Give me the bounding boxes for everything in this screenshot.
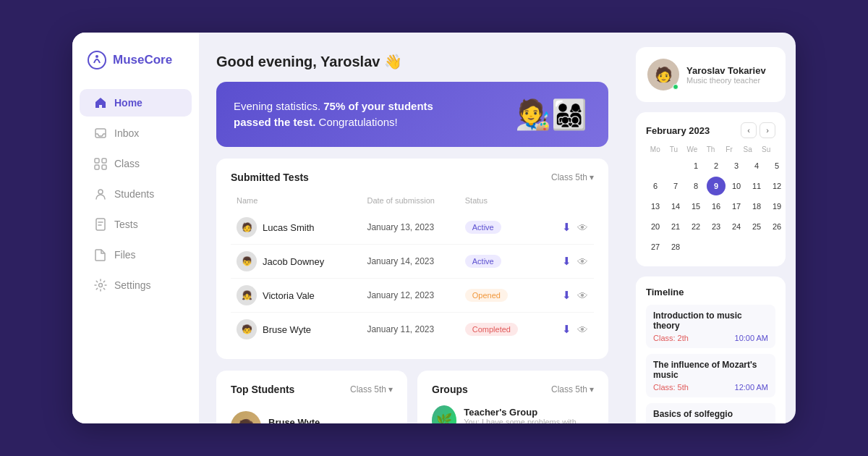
calendar-day[interactable]: 14 (666, 197, 685, 216)
calendar-day[interactable]: 20 (646, 217, 665, 236)
timeline-class: Class: 5th (653, 383, 689, 392)
calendar-nav: ‹ › (741, 122, 775, 138)
sidebar-label-tests: Tests (114, 219, 138, 230)
calendar-grid: 1234567891011121314151617181920212223242… (646, 156, 775, 256)
class-selector[interactable]: Class 5th ▾ (350, 384, 393, 394)
sidebar-item-students[interactable]: Students (80, 180, 192, 208)
class-selector[interactable]: Class 5th ▾ (551, 172, 594, 182)
calendar-day[interactable]: 9 (707, 177, 726, 195)
online-indicator (673, 84, 678, 90)
calendar-day[interactable]: 7 (666, 177, 685, 195)
inbox-icon (94, 127, 107, 140)
sidebar-item-home[interactable]: Home (80, 89, 192, 117)
groups-title: Groups (432, 384, 468, 395)
home-icon (94, 96, 107, 109)
view-icon[interactable]: 👁 (577, 221, 588, 234)
sidebar-item-class[interactable]: Class (80, 150, 192, 177)
view-icon[interactable]: 👁 (577, 256, 588, 268)
view-icon[interactable]: 👁 (577, 290, 588, 302)
sidebar-label-class: Class (114, 158, 140, 169)
calendar-day[interactable]: 24 (727, 217, 746, 236)
sidebar-item-tests[interactable]: Tests (80, 211, 192, 238)
calendar-day[interactable]: 27 (646, 237, 665, 256)
banner-text: Evening statistics. 75% of your students… (234, 98, 448, 131)
calendar-day[interactable]: 21 (666, 217, 685, 236)
calendar-day[interactable]: 25 (747, 217, 766, 236)
logo-text: MuseCore (113, 53, 172, 67)
bottom-row: Top Students Class 5th ▾ 🧒 Bruse Wyte Al… (216, 371, 608, 423)
timeline-class: Class: 2th (653, 334, 689, 342)
download-icon[interactable]: ⬇ (562, 323, 571, 336)
tests-icon (94, 218, 107, 231)
sidebar-label-settings: Settings (114, 279, 151, 291)
calendar-day[interactable]: 5 (767, 156, 786, 175)
student-name: Bruse Wyte (268, 417, 335, 424)
row-actions: ⬇ 👁 (530, 323, 588, 336)
right-panel: 🧑 Yaroslav Tokariev Music theory teacher… (626, 33, 796, 423)
status-badge: Completed (465, 323, 518, 336)
svg-point-1 (95, 55, 98, 58)
calendar-day[interactable]: 6 (646, 177, 665, 195)
calendar-day[interactable]: 11 (747, 177, 766, 195)
calendar-day[interactable]: 1 (686, 156, 705, 175)
calendar-day[interactable]: 26 (767, 217, 786, 236)
sidebar-item-settings[interactable]: Settings (80, 271, 192, 299)
student-name: 👦 Jacob Downey (237, 251, 367, 271)
calendar-day[interactable]: 2 (707, 156, 726, 175)
calendar-day[interactable]: 12 (767, 177, 786, 195)
calendar-day[interactable]: 8 (686, 177, 705, 195)
calendar-day[interactable]: 16 (707, 197, 726, 216)
calendar-day[interactable]: 15 (686, 197, 705, 216)
avatar: 🧒 (231, 411, 261, 423)
download-icon[interactable]: ⬇ (562, 255, 571, 268)
timeline-item: The influence of Mozart's music Class: 5… (646, 354, 775, 397)
svg-rect-5 (95, 165, 99, 169)
calendar-day[interactable]: 18 (747, 197, 766, 216)
table-row: 👧 Victoria Vale January 12, 2023 Opened … (231, 279, 594, 313)
students-icon (94, 187, 107, 200)
sidebar-item-files[interactable]: Files (80, 241, 192, 269)
calendar-day[interactable]: 28 (666, 237, 685, 256)
student-name: 🧑 Lucas Smith (237, 217, 367, 237)
calendar-header: February 2023 ‹ › (646, 122, 775, 138)
download-icon[interactable]: ⬇ (562, 289, 571, 302)
view-icon[interactable]: 👁 (577, 324, 588, 336)
profile-card: 🧑 Yaroslav Tokariev Music theory teacher (636, 47, 786, 102)
profile-role: Music theory teacher (686, 76, 766, 85)
calendar-day[interactable]: 19 (767, 197, 786, 216)
sidebar-item-inbox[interactable]: Inbox (80, 119, 192, 147)
calendar-day[interactable]: 23 (707, 217, 726, 236)
stats-banner: Evening statistics. 75% of your students… (216, 82, 608, 147)
timeline-event-title: The influence of Mozart's music (653, 360, 768, 380)
files-icon (94, 248, 107, 261)
svg-rect-3 (95, 159, 99, 163)
card-header: Groups Class 5th ▾ (432, 384, 594, 395)
submission-date: January 14, 2023 (367, 256, 464, 266)
banner-illustration: 🧑‍🎨👨‍👩‍👧‍👦 (511, 88, 591, 142)
download-icon[interactable]: ⬇ (562, 221, 571, 234)
top-students-card: Top Students Class 5th ▾ 🧒 Bruse Wyte Al… (216, 371, 407, 423)
calendar-day[interactable]: 22 (686, 217, 705, 236)
row-actions: ⬇ 👁 (530, 221, 588, 234)
group-avatar: 🌿 (432, 405, 456, 423)
top-student-item: 🧒 Bruse Wyte Allover score: 95% (231, 405, 393, 423)
svg-rect-6 (102, 165, 106, 169)
row-actions: ⬇ 👁 (530, 255, 588, 268)
sidebar-label-students: Students (114, 188, 154, 200)
class-selector[interactable]: Class 5th ▾ (551, 384, 594, 394)
card-header: Submitted Tests Class 5th ▾ (231, 172, 594, 183)
calendar-day[interactable]: 17 (727, 197, 746, 216)
settings-icon (94, 279, 107, 292)
next-month-button[interactable]: › (760, 122, 775, 138)
prev-month-button[interactable]: ‹ (741, 122, 757, 138)
calendar-day[interactable]: 13 (646, 197, 665, 216)
sidebar-label-home: Home (114, 97, 142, 109)
calendar-day[interactable]: 3 (727, 156, 746, 175)
submitted-tests-card: Submitted Tests Class 5th ▾ Name Date of… (216, 159, 608, 359)
timeline-item: Introduction to music theory Class: 2th … (646, 305, 775, 348)
avatar: 👦 (237, 251, 257, 271)
class-icon (94, 157, 107, 170)
calendar-day[interactable]: 4 (747, 156, 766, 175)
calendar-day[interactable]: 10 (727, 177, 746, 195)
timeline-event-title: Basics of solfeggio (653, 409, 768, 419)
